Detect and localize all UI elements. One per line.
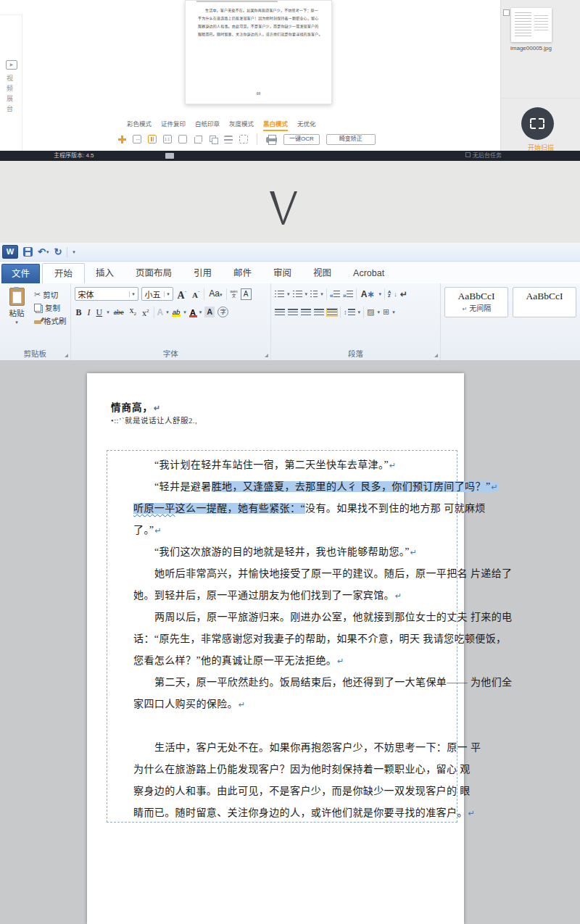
underline-button[interactable]: U bbox=[95, 306, 104, 319]
preview-text-block: 生活中，客户无处不在。如果你再抱怨客户少，不妨思考一下：原一平为什么在旅游路上仍… bbox=[198, 7, 323, 38]
font-size-combo[interactable]: 小五▾ bbox=[141, 287, 173, 301]
font-dialog-launcher[interactable] bbox=[265, 354, 268, 357]
adjust-icon[interactable] bbox=[224, 136, 233, 143]
undo-button[interactable]: ↶▾ bbox=[38, 247, 49, 257]
align-left-icon[interactable] bbox=[275, 309, 285, 316]
tab-开始[interactable]: 开始 bbox=[42, 263, 85, 283]
fit-width-icon[interactable] bbox=[133, 135, 141, 143]
crop-icon[interactable] bbox=[194, 135, 202, 143]
document-page[interactable]: 情商高，↵ •::’`就是说话让人舒服2., “我计划在轻井车站住一宿，第二天坐… bbox=[87, 373, 464, 924]
clipboard-group-label: 剪贴板 bbox=[0, 348, 70, 359]
pinyin-guide-icon[interactable]: wén文 bbox=[230, 290, 237, 298]
underline-dropdown-icon[interactable]: ▾ bbox=[107, 309, 109, 315]
word-logo[interactable]: W bbox=[2, 245, 18, 259]
tab-插入[interactable]: 插入 bbox=[85, 263, 125, 283]
multilevel-list-icon[interactable] bbox=[310, 291, 318, 298]
tab-引用[interactable]: 引用 bbox=[183, 263, 223, 283]
mode-tab-1[interactable]: 彩色模式 bbox=[127, 119, 152, 131]
keyboard-icon[interactable] bbox=[165, 153, 174, 159]
font-color-icon[interactable]: A bbox=[189, 308, 196, 317]
scanned-image-filename: image00005.jpg bbox=[510, 45, 552, 51]
clipboard-dialog-launcher[interactable] bbox=[65, 354, 68, 357]
increase-indent-icon[interactable]: » bbox=[343, 288, 353, 301]
align-center-icon[interactable] bbox=[288, 309, 298, 316]
one-key-ocr-button[interactable]: 一键OCR bbox=[283, 134, 320, 145]
tab-acrobat[interactable]: Acrobat bbox=[342, 263, 395, 283]
video-stage-icon[interactable]: ▶ bbox=[6, 60, 17, 70]
paragraph-dialog-launcher[interactable] bbox=[434, 354, 438, 357]
character-border-icon[interactable]: A bbox=[241, 288, 252, 300]
preview-text-line: 平为什么在旅游路上仍能发现客户！因为他时刻保持着一颗职业心，留心 bbox=[198, 14, 323, 22]
auto-crop-icon[interactable] bbox=[239, 135, 248, 143]
scan-preview-page[interactable]: 生活中，客户无处不在。如果你再抱怨客户少，不妨思考一下：原一平为什么在旅游路上仍… bbox=[185, 0, 332, 104]
redo-icon[interactable]: ↻ bbox=[54, 247, 62, 257]
start-scan-button[interactable] bbox=[521, 107, 554, 140]
actual-size-icon[interactable] bbox=[163, 135, 172, 143]
paste-dropdown-icon[interactable]: ▾ bbox=[15, 320, 18, 325]
asian-layout-icon[interactable]: A∗ bbox=[360, 288, 376, 301]
thumbnail-checkbox[interactable] bbox=[503, 9, 510, 16]
distortion-correction-button[interactable]: 畸变矫正 bbox=[326, 134, 376, 145]
shrink-font-button[interactable]: Aˇ bbox=[191, 286, 201, 301]
line-spacing-icon[interactable]: ↕ bbox=[344, 309, 355, 316]
show-marks-icon[interactable]: ↵ bbox=[400, 289, 407, 299]
justify-icon[interactable] bbox=[314, 309, 324, 316]
font-name-combo[interactable]: 宋体▾ bbox=[75, 287, 138, 301]
change-case-button[interactable]: Aa▾ bbox=[207, 287, 223, 301]
chevron-down-icon[interactable]: ▾ bbox=[129, 291, 138, 297]
paste-button[interactable]: 粘贴 ▾ bbox=[4, 286, 30, 349]
mode-tab-2[interactable]: 证件复印 bbox=[161, 119, 186, 131]
rotate-icon[interactable] bbox=[209, 135, 218, 143]
grow-font-button[interactable]: Aˆ bbox=[176, 286, 188, 302]
tab-file[interactable]: 文件 bbox=[1, 264, 40, 283]
printer-icon[interactable] bbox=[266, 137, 277, 143]
decrease-indent-icon[interactable]: « bbox=[330, 288, 340, 301]
document-line bbox=[133, 715, 460, 737]
align-right-icon[interactable] bbox=[301, 309, 311, 316]
document-title: 情商高，↵ bbox=[111, 399, 161, 414]
mode-tab-4[interactable]: 灰度模式 bbox=[229, 119, 254, 131]
copy-button[interactable]: 复制 bbox=[34, 301, 67, 314]
superscript-button[interactable]: x2 bbox=[141, 304, 151, 320]
italic-button[interactable]: I bbox=[86, 306, 92, 319]
font-group-label: 字体 bbox=[71, 348, 271, 359]
customize-qat-icon[interactable]: ▾ bbox=[72, 249, 75, 255]
toolbar-divider bbox=[257, 133, 257, 145]
text-effects-icon[interactable]: A bbox=[157, 307, 164, 317]
background-tasks-label: 无后台任务 bbox=[465, 151, 502, 161]
select-area-icon[interactable] bbox=[178, 135, 187, 143]
tab-审阅[interactable]: 审阅 bbox=[262, 263, 302, 283]
borders-icon[interactable]: ⊞ bbox=[383, 308, 389, 316]
mode-tab-6[interactable]: 无优化 bbox=[297, 119, 316, 131]
subscript-button[interactable]: x2 bbox=[128, 304, 138, 320]
style-no-spacing[interactable]: AaBbCcI ↵ 无间隔 bbox=[444, 287, 508, 317]
enclose-characters-icon[interactable]: 字 bbox=[218, 307, 228, 317]
paste-clipboard-icon bbox=[9, 288, 25, 306]
fit-height-icon[interactable] bbox=[148, 135, 157, 143]
tab-邮件[interactable]: 邮件 bbox=[223, 263, 262, 283]
document-body[interactable]: “我计划在轻井车站住一宿，第二天坐快车去草津。”↵“轻井是避暑胜地，又逢盛夏，去… bbox=[133, 454, 460, 824]
sidebar-item-video-stage[interactable]: 视频展台 bbox=[5, 75, 14, 115]
document-line: 她。到轻井后，原一平通过朋友为他们找到了一家宾馆。↵ bbox=[133, 585, 460, 607]
chevron-down-icon[interactable]: ▾ bbox=[164, 291, 173, 297]
character-shading-icon[interactable]: A bbox=[204, 307, 215, 317]
save-icon[interactable] bbox=[23, 247, 33, 257]
sort-icon[interactable]: AZ bbox=[388, 291, 391, 298]
numbering-icon[interactable] bbox=[293, 291, 302, 298]
tab-页面布局[interactable]: 页面布局 bbox=[125, 263, 183, 283]
cut-button[interactable]: ✂剪切 bbox=[34, 288, 67, 301]
distribute-icon[interactable] bbox=[327, 309, 337, 316]
bold-button[interactable]: B bbox=[75, 306, 83, 319]
bullets-icon[interactable] bbox=[275, 291, 284, 298]
scanned-image-thumbnail[interactable] bbox=[511, 8, 552, 42]
mode-tab-5[interactable]: 黑白模式 bbox=[263, 119, 288, 131]
format-painter-button[interactable]: 格式刷 bbox=[34, 314, 67, 327]
text-highlight-icon[interactable]: ab bbox=[172, 308, 181, 316]
shading-icon[interactable]: ▨ bbox=[367, 308, 374, 316]
style-next-partial[interactable]: AaBbCcI bbox=[513, 287, 576, 317]
mode-tab-3[interactable]: 白纸印章 bbox=[195, 119, 220, 131]
strikethrough-button[interactable]: abe bbox=[112, 306, 125, 319]
pan-icon[interactable] bbox=[117, 135, 126, 143]
tab-视图[interactable]: 视图 bbox=[302, 263, 342, 283]
document-line: 第二天，原一平欣然赴约。饭局结束后，他还得到了一大笔保单—— 为他们全 bbox=[133, 672, 460, 694]
